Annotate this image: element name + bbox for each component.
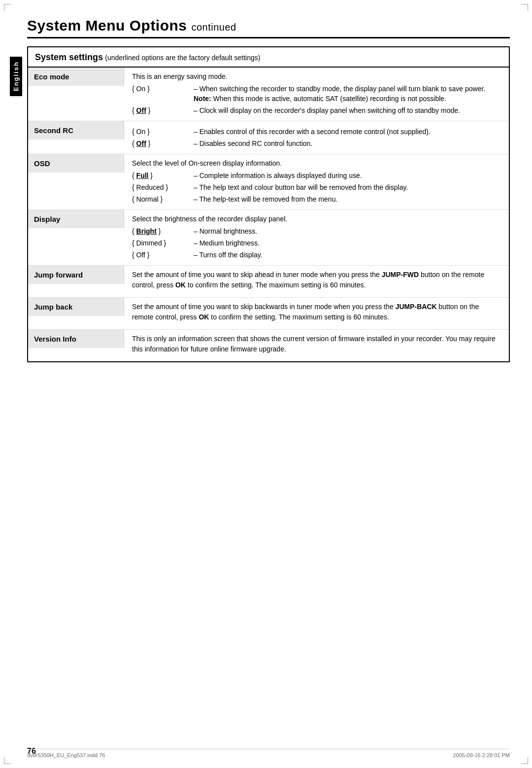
settings-label: Version Info [28,330,124,348]
settings-row: OSDSelect the level of On-screen display… [28,154,509,210]
settings-label: Jump back [28,298,124,316]
title-main: System Menu Options [27,17,187,34]
option-key: { Off } [132,139,189,149]
settings-row: Jump forwardSet the amount of time you w… [28,266,509,298]
sidebar-language-label: English [10,57,22,96]
settings-content: Set the amount of time you want to skip … [124,266,509,297]
settings-row: Eco modeThis is an energy saving mode.{ … [28,68,509,121]
settings-label: Eco mode [28,68,124,86]
section-header: System settings (underlined options are … [28,47,509,68]
option-row: { Full }– Complete information is always… [132,171,501,181]
option-row: { Bright }– Normal brightness. [132,226,501,237]
option-row: { Off }– Clock will display on the recor… [132,105,501,116]
option-row: { Off }– Turns off the display. [132,250,501,260]
option-key: { Full } [132,171,189,181]
option-value: – Normal brightness. [194,226,501,237]
settings-content: This is an energy saving mode.{ On }– Wh… [124,68,509,121]
option-value: – Complete information is always display… [194,171,501,181]
settings-label: Display [28,210,124,228]
option-key: { Dimmed } [132,238,189,248]
option-key: { Reduced } [132,182,189,193]
settings-intro: Set the amount of time you want to skip … [132,302,501,322]
page-title: System Menu Options continued [27,17,510,38]
option-row: { Dimmed }– Medium brightness. [132,238,501,248]
option-key: { Off } [132,105,189,116]
option-value: – The help text and colour button bar wi… [194,182,501,193]
settings-label: Jump forward [28,266,124,284]
settings-row: DisplaySelect the brightness of the reco… [28,210,509,266]
option-value: – Clock will display on the recorder's d… [194,105,501,116]
settings-label: OSD [28,154,124,173]
settings-row: Jump backSet the amount of time you want… [28,298,509,330]
settings-content: This is only an information screen that … [124,330,509,361]
settings-intro: This is an energy saving mode. [132,71,501,82]
option-key: { On } [132,127,189,137]
page-footer: dvdr5350H_EU_Eng537.indd 76 2005-09-16 2… [27,749,510,758]
option-key: { Bright } [132,226,189,237]
option-value: – Turns off the display. [194,250,501,260]
settings-content: { On }– Enables control of this recorder… [124,121,509,154]
footer-right: 2005-09-16 2:28:01 PM [453,752,510,758]
option-key: { Normal } [132,194,189,205]
settings-content: Set the amount of time you want to skip … [124,298,509,329]
corner-mark-br [521,757,528,764]
option-row: { On }– When switching the recorder to s… [132,84,501,104]
option-row: { On }– Enables control of this recorder… [132,127,501,137]
corner-mark-tl [4,4,11,11]
settings-row: Second RC{ On }– Enables control of this… [28,121,509,154]
corner-mark-tr [521,4,528,11]
settings-intro: This is only an information screen that … [132,334,501,354]
option-value: – Medium brightness. [194,238,501,248]
corner-mark-bl [4,757,11,764]
option-row: { Off }– Disables second RC control func… [132,139,501,149]
option-value: – Enables control of this recorder with … [194,127,501,137]
settings-content: Select the level of On-screen display in… [124,154,509,209]
option-value: – Disables second RC control function. [194,139,501,149]
settings-container: Eco modeThis is an energy saving mode.{ … [28,68,509,361]
settings-row: Version InfoThis is only an information … [28,330,509,361]
settings-label: Second RC [28,121,124,140]
option-key: { Off } [132,250,189,260]
title-continued: continued [191,22,236,33]
settings-intro: Set the amount of time you want to skip … [132,270,501,290]
section-header-title: System settings [35,52,103,62]
footer-left: dvdr5350H_EU_Eng537.indd 76 [27,752,105,758]
content-box: System settings (underlined options are … [27,46,510,362]
option-key: { On } [132,84,189,104]
option-row: { Reduced }– The help text and colour bu… [132,182,501,193]
option-value: – The help-text will be removed from the… [194,194,501,205]
settings-intro: Select the brightness of the recorder di… [132,214,501,224]
main-content: System Menu Options continued System set… [27,17,510,741]
option-row: { Normal }– The help-text will be remove… [132,194,501,205]
option-value: – When switching the recorder to standby… [194,84,501,104]
section-header-subtitle: (underlined options are the factory defa… [105,54,260,62]
settings-intro: Select the level of On-screen display in… [132,158,501,169]
settings-content: Select the brightness of the recorder di… [124,210,509,265]
